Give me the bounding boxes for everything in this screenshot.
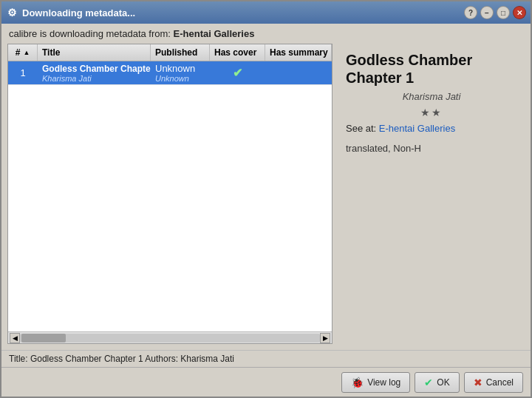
cell-summary bbox=[265, 72, 332, 75]
cell-published: Unknown Unknown bbox=[151, 61, 210, 84]
cell-published-main: Unknown bbox=[155, 63, 205, 74]
maximize-button[interactable]: □ bbox=[497, 6, 510, 19]
ok-icon: ✔ bbox=[424, 377, 433, 388]
see-at-label: See at: bbox=[346, 123, 379, 134]
results-table: # ▲ Title Published Has cover Has summar… bbox=[7, 44, 332, 344]
cell-title: Godless Chamber Chapter 1 Kharisma Jati bbox=[38, 62, 151, 84]
table-header: # ▲ Title Published Has cover Has summar… bbox=[8, 44, 332, 61]
title-bar-left: ⚙ Downloading metadata... bbox=[6, 7, 135, 18]
book-tags: translated, Non-H bbox=[346, 143, 517, 154]
left-panel: # ▲ Title Published Has cover Has summar… bbox=[7, 44, 332, 344]
status-bar: Title: Godless Chamber Chapter 1 Authors… bbox=[1, 350, 531, 367]
horizontal-scrollbar[interactable]: ◀ ▶ bbox=[8, 331, 332, 343]
help-button[interactable]: ? bbox=[464, 6, 477, 19]
sort-arrow-num: ▲ bbox=[23, 49, 30, 56]
info-text-prefix: calibre is downloading metadata from: bbox=[9, 28, 174, 39]
ok-button[interactable]: ✔ OK bbox=[415, 372, 459, 393]
scroll-track[interactable] bbox=[20, 334, 320, 343]
cell-title-main: Godless Chamber Chapter 1 bbox=[42, 64, 146, 74]
col-header-published[interactable]: Published bbox=[151, 44, 210, 61]
title-bar-controls: ? − □ ✕ bbox=[464, 6, 526, 19]
close-button[interactable]: ✕ bbox=[513, 6, 526, 19]
app-icon: ⚙ bbox=[6, 7, 18, 18]
view-log-label: View log bbox=[367, 377, 400, 388]
ok-label: OK bbox=[437, 377, 449, 388]
see-at-link[interactable]: E-hentai Galleries bbox=[379, 123, 455, 134]
scroll-right-btn[interactable]: ▶ bbox=[320, 333, 330, 343]
cancel-button[interactable]: ✖ Cancel bbox=[464, 372, 523, 393]
cancel-icon: ✖ bbox=[474, 377, 482, 388]
cancel-label: Cancel bbox=[486, 377, 514, 388]
scroll-left-btn[interactable]: ◀ bbox=[10, 333, 20, 343]
col-header-title[interactable]: Title bbox=[38, 44, 151, 61]
cell-title-sub: Kharisma Jati bbox=[42, 74, 146, 83]
scroll-thumb[interactable] bbox=[21, 334, 66, 343]
view-log-button[interactable]: 🐞 View log bbox=[341, 372, 410, 393]
book-title: Godless Chamber Chapter 1 bbox=[346, 51, 517, 87]
info-bar: calibre is downloading metadata from: E-… bbox=[1, 24, 531, 44]
title-bar: ⚙ Downloading metadata... ? − □ ✕ bbox=[1, 1, 531, 24]
main-window: ⚙ Downloading metadata... ? − □ ✕ calibr… bbox=[0, 0, 532, 398]
main-content: # ▲ Title Published Has cover Has summar… bbox=[1, 44, 531, 350]
book-see-at: See at: E-hentai Galleries bbox=[346, 123, 517, 134]
book-stars: ★★ bbox=[346, 107, 517, 118]
book-author: Kharisma Jati bbox=[346, 91, 517, 102]
cell-num: 1 bbox=[8, 66, 38, 80]
minimize-button[interactable]: − bbox=[480, 6, 494, 19]
table-row[interactable]: 1 Godless Chamber Chapter 1 Kharisma Jat… bbox=[8, 61, 332, 85]
col-header-num[interactable]: # ▲ bbox=[8, 44, 38, 61]
cover-checkmark: ✔ bbox=[233, 67, 242, 79]
right-panel: Godless Chamber Chapter 1 Kharisma Jati … bbox=[338, 44, 525, 344]
status-text: Title: Godless Chamber Chapter 1 Authors… bbox=[9, 354, 234, 364]
cell-cover: ✔ bbox=[210, 64, 265, 81]
table-body: 1 Godless Chamber Chapter 1 Kharisma Jat… bbox=[8, 61, 332, 331]
col-header-summary[interactable]: Has summary bbox=[265, 44, 332, 61]
view-log-icon: 🐞 bbox=[351, 377, 364, 388]
cell-published-sub: Unknown bbox=[155, 74, 205, 83]
window-title: Downloading metadata... bbox=[22, 7, 135, 18]
col-header-cover[interactable]: Has cover bbox=[210, 44, 265, 61]
info-source: E-hentai Galleries bbox=[174, 28, 255, 39]
footer: 🐞 View log ✔ OK ✖ Cancel bbox=[1, 367, 531, 397]
